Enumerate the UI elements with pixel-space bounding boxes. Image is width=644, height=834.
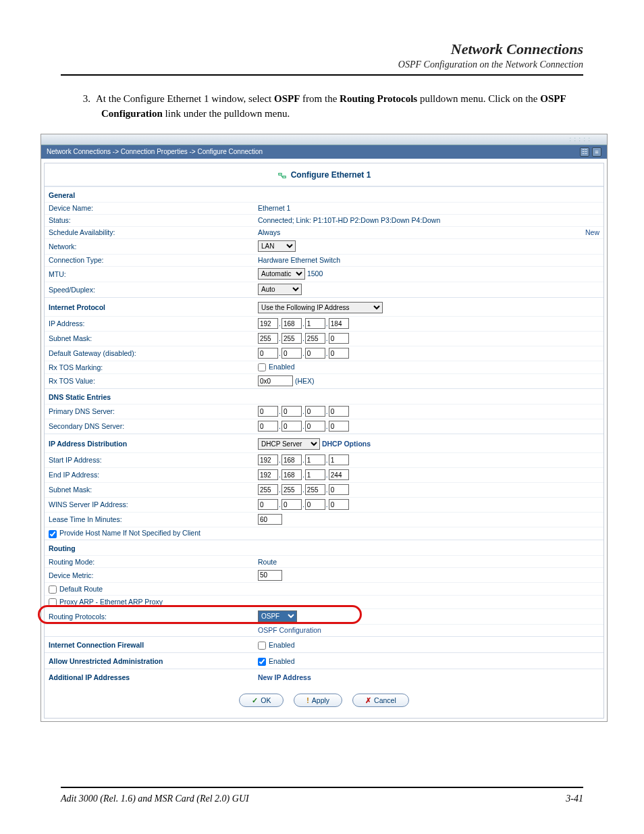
gw-octet-4[interactable] xyxy=(329,348,349,359)
value-device-name: Ethernet 1 xyxy=(254,202,603,214)
section-routing: Routing xyxy=(45,540,603,556)
lease-time-input[interactable] xyxy=(258,514,282,525)
dhcp-options-link[interactable]: DHCP Options xyxy=(322,440,371,448)
firewall-enabled-checkbox[interactable] xyxy=(258,642,266,650)
label-schedule: Schedule Availability: xyxy=(45,226,254,238)
wins-1[interactable] xyxy=(258,499,278,510)
ip-octet-3[interactable] xyxy=(305,318,325,329)
footer-left: Adit 3000 (Rel. 1.6) and MSR Card (Rel 2… xyxy=(61,793,249,804)
config-panel: : : : : : Network Connections -> Connect… xyxy=(41,134,608,723)
ip-octet-4[interactable] xyxy=(329,318,349,329)
ip-octet-2[interactable] xyxy=(281,318,302,329)
device-metric-input[interactable] xyxy=(258,570,282,581)
label-device-name: Device Name: xyxy=(45,202,254,214)
routing-protocols-select[interactable]: OSPF xyxy=(258,610,297,622)
pdns-4[interactable] xyxy=(329,406,349,417)
wins-2[interactable] xyxy=(281,499,302,510)
label-secondary-dns: Secondary DNS Server: xyxy=(45,419,254,434)
label-subnet2: Subnet Mask: xyxy=(45,482,254,497)
ip-method-select[interactable]: Use the Following IP Address xyxy=(258,302,383,313)
mask-octet-1[interactable] xyxy=(258,333,278,344)
gw-octet-2[interactable] xyxy=(281,348,302,359)
ethernet-icon xyxy=(277,171,287,180)
section-general: General xyxy=(45,186,603,202)
label-wins: WINS Server IP Address: xyxy=(45,497,254,512)
label-ip-address: IP Address: xyxy=(45,316,254,331)
label-lease-time: Lease Time In Minutes: xyxy=(45,512,254,527)
new-ip-address-link[interactable]: New IP Address xyxy=(258,673,311,681)
sitemap-icon[interactable]: ☷ xyxy=(580,147,589,157)
sdns-4[interactable] xyxy=(329,421,349,432)
m2-4[interactable] xyxy=(329,484,349,495)
breadcrumb-bar: Network Connections -> Connection Proper… xyxy=(41,145,607,159)
ip-octet-1[interactable] xyxy=(258,318,278,329)
sip-3[interactable] xyxy=(305,454,325,465)
new-schedule-link[interactable]: New xyxy=(585,228,599,236)
sdns-1[interactable] xyxy=(258,421,278,432)
gw-octet-1[interactable] xyxy=(258,348,278,359)
breadcrumb-text: Network Connections -> Connection Proper… xyxy=(47,148,263,155)
value-routing-mode: Route xyxy=(254,556,603,568)
proxy-arp-checkbox[interactable] xyxy=(49,598,57,606)
label-rx-tos-marking: Rx TOS Marking: xyxy=(45,361,254,373)
m2-2[interactable] xyxy=(281,484,302,495)
pdns-3[interactable] xyxy=(305,406,325,417)
label-default-route: Default Route xyxy=(59,585,103,593)
instruction-text: 3.At the Configure Ethernet 1 window, se… xyxy=(101,92,583,122)
rx-tos-marking-checkbox[interactable] xyxy=(258,363,266,371)
panel-titlebar: : : : : : xyxy=(41,134,607,145)
wins-4[interactable] xyxy=(329,499,349,510)
label-start-ip: Start IP Address: xyxy=(45,452,254,467)
m2-3[interactable] xyxy=(305,484,325,495)
pdns-1[interactable] xyxy=(258,406,278,417)
label-rx-tos-value: Rx TOS Value: xyxy=(45,373,254,388)
cancel-button[interactable]: ✗Cancel xyxy=(352,694,409,707)
mask-octet-2[interactable] xyxy=(281,333,302,344)
gw-octet-3[interactable] xyxy=(305,348,325,359)
default-route-checkbox[interactable] xyxy=(49,585,57,594)
label-speed: Speed/Duplex: xyxy=(45,282,254,297)
wins-3[interactable] xyxy=(305,499,325,510)
panel-title-row: Configure Ethernet 1 xyxy=(45,163,603,186)
mask-octet-3[interactable] xyxy=(305,333,325,344)
label-status: Status: xyxy=(45,214,254,226)
pdns-2[interactable] xyxy=(281,406,302,417)
network-select[interactable]: LAN xyxy=(258,240,296,252)
section-dns: DNS Static Entries xyxy=(45,388,603,404)
value-mtu: 1500 xyxy=(307,269,323,278)
section-admin: Allow Unrestricted Administration xyxy=(45,652,254,669)
value-status: Connected; Link: P1:10T-HD P2:Down P3:Do… xyxy=(254,214,603,226)
list-icon[interactable]: ≡ xyxy=(592,147,601,157)
rx-tos-value-input[interactable] xyxy=(258,375,293,386)
ip-address-field: ... xyxy=(254,316,603,331)
section-ip-distribution: IP Address Distribution xyxy=(45,434,254,452)
label-routing-mode: Routing Mode: xyxy=(45,556,254,568)
admin-enabled-checkbox[interactable] xyxy=(258,658,266,666)
sip-4[interactable] xyxy=(329,454,349,465)
ospf-configuration-link[interactable]: OSPF Configuration xyxy=(258,626,321,634)
eip-4[interactable] xyxy=(329,469,349,480)
eip-2[interactable] xyxy=(281,469,302,480)
dhcp-mode-select[interactable]: DHCP Server xyxy=(258,438,320,450)
sip-2[interactable] xyxy=(281,454,302,465)
footer-right: 3-41 xyxy=(566,793,583,804)
provide-hostname-checkbox[interactable] xyxy=(49,530,57,538)
eip-3[interactable] xyxy=(305,469,325,480)
speed-select[interactable]: Auto xyxy=(258,284,302,295)
label-provide-hostname: Provide Host Name If Not Specified by Cl… xyxy=(59,529,200,537)
apply-button[interactable]: !Apply xyxy=(294,694,342,707)
section-ip: Internet Protocol xyxy=(45,297,254,316)
page-header-subtitle: OSPF Configuration on the Network Connec… xyxy=(61,59,583,70)
label-network: Network: xyxy=(45,238,254,254)
eip-1[interactable] xyxy=(258,469,278,480)
sdns-2[interactable] xyxy=(281,421,302,432)
sip-1[interactable] xyxy=(258,454,278,465)
m2-1[interactable] xyxy=(258,484,278,495)
ok-button[interactable]: ✓OK xyxy=(239,694,284,707)
label-conn-type: Connection Type: xyxy=(45,254,254,266)
label-mtu: MTU: xyxy=(45,266,254,282)
label-device-metric: Device Metric: xyxy=(45,568,254,583)
mask-octet-4[interactable] xyxy=(329,333,349,344)
mtu-mode-select[interactable]: Automatic xyxy=(258,268,305,280)
sdns-3[interactable] xyxy=(305,421,325,432)
